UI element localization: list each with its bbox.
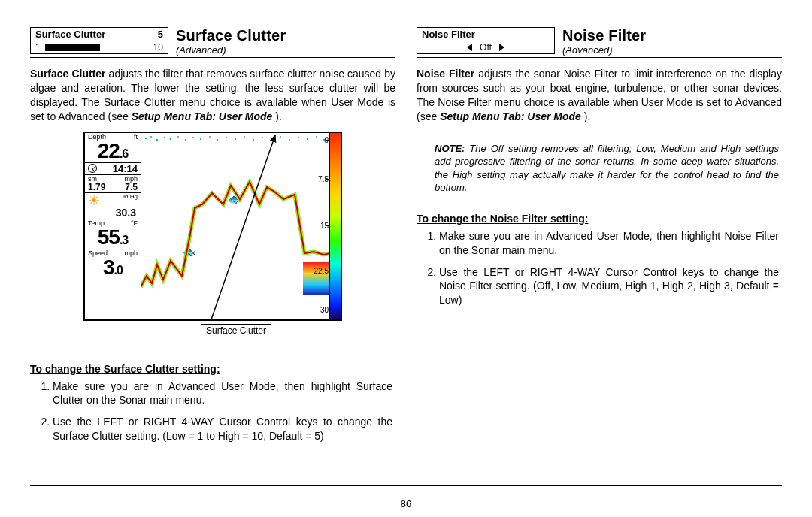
sonar-screenshot: Depthft 22.6 14:14 smmph 1.797.5 [83,132,342,321]
lead: Surface Clutter [30,68,106,80]
figure-caption: Surface Clutter [201,324,271,337]
sm-val: 1.79 [88,183,105,192]
note-paragraph: NOTE: The Off setting removes all filter… [435,142,779,195]
inhg-label: In.Hg [123,194,138,207]
temp-dec: .3 [120,234,128,246]
noise-filter-steps: Make sure you are in Advanced User Mode,… [417,229,782,307]
note-label: NOTE: [435,143,465,154]
menu-title: Noise Filter [422,29,475,40]
mph-val: 7.5 [125,183,138,192]
tick-3: 22.5 [314,267,329,275]
clock-icon [88,164,97,173]
page-number: 86 [0,498,812,509]
bottom-contour [141,133,330,319]
footer-rule [30,485,782,486]
list-item: Make sure you are in Advanced User Mode,… [439,229,782,258]
menu-max: 10 [153,42,163,53]
sun-icon: ☀ [88,194,100,207]
noise-filter-menu[interactable]: Noise Filter Off [417,27,555,54]
surface-clutter-menu[interactable]: Surface Clutter 5 1 10 [30,27,168,54]
time: 14:14 [113,164,138,174]
section-subtitle: (Advanced) [176,44,286,56]
chevron-left-icon[interactable] [467,44,472,51]
section-title: Noise Filter [562,27,646,44]
slider-track[interactable] [45,44,149,51]
list-item: Make sure you are in Advanced User Mode,… [53,379,395,408]
menu-value: 5 [158,29,163,40]
depth-unit: ft [134,134,138,141]
menu-value: Off [480,42,492,53]
tick-2: 15 [320,222,329,230]
color-scale [329,133,341,319]
chevron-right-icon[interactable] [499,44,504,51]
speed-dec: .0 [114,264,123,277]
baro-val: 30.3 [86,207,139,218]
tick-1: 7.5 [318,175,329,183]
left-column: Surface Clutter 5 1 10 Surface Clutter (… [30,27,395,451]
menu-min: 1 [35,42,41,53]
temp-unit: °F [131,220,138,227]
change-heading: To change the Surface Clutter setting: [30,363,395,375]
divider [30,57,395,58]
lead: Noise Filter [417,68,474,80]
depth-int: 22 [98,139,120,162]
tick-0: 0 [324,136,329,144]
list-item: Use the LEFT or RIGHT 4-WAY Cursor Contr… [439,265,782,308]
depth-dec: .6 [120,147,128,160]
speed-unit: mph [124,250,138,257]
tick-4: 30 [320,306,329,314]
temp-int: 55 [98,225,120,249]
change-heading: To change the Noise Filter setting: [417,213,782,225]
right-column: Noise Filter Off Noise Filter (Advanced) [417,27,782,451]
surface-clutter-steps: Make sure you are in Advanced User Mode,… [30,379,395,444]
menu-title: Surface Clutter [35,29,105,40]
surface-clutter-paragraph: Surface Clutter adjusts the filter that … [30,67,395,124]
slider-fill [45,44,97,51]
noise-filter-paragraph: Noise Filter adjusts the sonar Noise Fil… [417,67,782,124]
list-item: Use the LEFT or RIGHT 4-WAY Cursor Contr… [53,415,395,443]
section-subtitle: (Advanced) [562,44,646,56]
sonar-info-column: Depthft 22.6 14:14 smmph 1.797.5 [85,133,141,319]
divider [417,57,782,58]
section-title: Surface Clutter [176,27,286,44]
speed-int: 3 [103,255,114,279]
